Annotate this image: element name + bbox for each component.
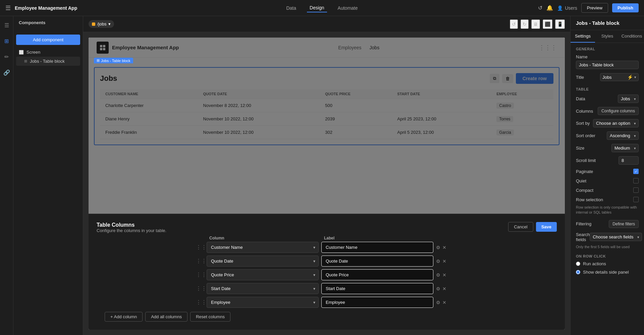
drag-handle-5[interactable]: ⋮⋮ — [196, 299, 204, 305]
add-component-button[interactable]: Add component — [16, 35, 80, 45]
scroll-limit-input[interactable] — [619, 156, 639, 165]
drag-handle-3[interactable]: ⋮⋮ — [196, 272, 204, 278]
desktop-view-button[interactable]: 🖥 — [531, 19, 540, 29]
name-input[interactable] — [576, 61, 639, 69]
publish-button[interactable]: Publish — [612, 3, 639, 12]
show-details-radio[interactable] — [576, 270, 580, 274]
col-settings-icon-2[interactable]: ⚙ — [436, 259, 440, 264]
col-label-4[interactable] — [321, 283, 433, 294]
quiet-row: Quiet — [571, 176, 644, 185]
col-label-1[interactable] — [321, 242, 433, 253]
tablet-view-button[interactable]: ⬛ — [543, 19, 552, 29]
reset-columns-button[interactable]: Reset columns — [190, 312, 230, 322]
col-settings-icon-5[interactable]: ⚙ — [436, 300, 440, 305]
rail-link-icon[interactable]: 🔗 — [1, 67, 12, 78]
col-label-3[interactable] — [321, 269, 433, 280]
col-select-2[interactable]: Quote Date — [207, 256, 319, 267]
topbar-center: Data Design Automate — [216, 4, 427, 12]
compact-checkbox[interactable] — [633, 187, 639, 193]
run-actions-radio[interactable] — [576, 262, 580, 266]
mobile-view-button[interactable]: 📱 — [555, 19, 565, 29]
jobs-table-block-item[interactable]: ⊞ Jobs - Table block — [16, 57, 80, 66]
drag-handle-4[interactable]: ⋮⋮ — [196, 285, 204, 292]
sort-order-label: Sort order — [576, 133, 595, 138]
preview-button[interactable]: Preview — [581, 3, 608, 13]
search-fields-select[interactable]: Choose search fields — [590, 233, 642, 241]
history-icon[interactable]: ↺ — [538, 5, 542, 11]
bolt-icon[interactable]: ⚡ — [627, 74, 633, 80]
tab-settings[interactable]: Settings — [571, 30, 595, 43]
col-header-column: Column — [207, 236, 319, 240]
canvas-toolbar-right: ↺ ↻ 🖥 ⬛ 📱 — [510, 19, 565, 29]
col-settings-icon-1[interactable]: ⚙ — [436, 245, 440, 250]
paginate-checkbox[interactable] — [633, 169, 639, 174]
users-button[interactable]: 👤 Users — [557, 5, 577, 11]
title-input-wrapper: ⚡ ▾ — [600, 73, 639, 81]
col-delete-icon-5[interactable]: ✕ — [442, 300, 446, 305]
rail-components-icon[interactable]: ⊞ — [2, 36, 11, 46]
title-chevron-icon[interactable]: ▾ — [634, 75, 636, 79]
col-settings-icon-3[interactable]: ⚙ — [436, 272, 440, 278]
sort-order-select[interactable]: Ascending — [607, 131, 639, 140]
col-label-5[interactable] — [321, 297, 433, 308]
topbar-right: ↺ 🔔 👤 Users Preview Publish — [428, 3, 639, 13]
size-select[interactable]: Medium — [611, 144, 639, 152]
sort-by-select[interactable]: Choose an option — [593, 119, 639, 127]
modal-title: Table Columns — [97, 222, 166, 228]
screen-item-icon: ⬜ — [19, 50, 24, 55]
rail-edit-icon[interactable]: ✏ — [2, 52, 11, 62]
breadcrumb[interactable]: /jobs ▾ — [89, 20, 114, 28]
modal-actions: Cancel Save — [508, 222, 557, 232]
col-delete-icon-1[interactable]: ✕ — [442, 245, 446, 250]
save-button[interactable]: Save — [536, 222, 557, 232]
filtering-row: Filtering Define filters — [571, 218, 644, 230]
nav-automate[interactable]: Automate — [335, 4, 361, 12]
menu-icon[interactable]: ☰ — [5, 4, 11, 12]
rail-screen-icon[interactable]: ☰ — [2, 20, 11, 31]
row-selection-label: Row selection — [576, 197, 603, 202]
col-row-4: ⋮⋮ Start Date ⚙ ✕ — [196, 283, 458, 294]
nav-design[interactable]: Design — [307, 4, 327, 12]
undo-button[interactable]: ↺ — [510, 19, 518, 29]
col-select-4[interactable]: Start Date — [207, 283, 319, 294]
define-filters-button[interactable]: Define filters — [609, 220, 639, 228]
sort-by-label: Sort by — [576, 121, 590, 126]
data-select[interactable]: Jobs — [618, 95, 639, 103]
col-delete-icon-4[interactable]: ✕ — [442, 286, 446, 291]
nav-data[interactable]: Data — [283, 4, 299, 12]
columns-list: ⋮⋮ Customer Name ⚙ ✕ — [196, 242, 458, 308]
table-columns-modal: Table Columns Configure the columns in y… — [89, 214, 565, 330]
table-block-icon: ⊞ — [97, 58, 100, 63]
drag-handle-1[interactable]: ⋮⋮ — [196, 244, 204, 250]
run-actions-label: Run actions — [583, 261, 606, 266]
redo-button[interactable]: ↻ — [521, 19, 529, 29]
modal-subtitle: Configure the columns in your table. — [97, 228, 166, 233]
col-label-2[interactable] — [321, 256, 433, 267]
tab-styles[interactable]: Styles — [595, 30, 620, 43]
col-delete-icon-3[interactable]: ✕ — [442, 272, 446, 278]
title-input[interactable] — [602, 75, 626, 80]
data-row: Data Jobs — [571, 93, 644, 105]
col-select-1[interactable]: Customer Name — [207, 242, 319, 253]
screen-item[interactable]: ⬜ Screen — [16, 48, 80, 57]
configure-columns-button[interactable]: Configure columns — [598, 107, 639, 115]
size-row: Size Medium — [571, 142, 644, 154]
row-selection-checkbox[interactable] — [633, 197, 639, 202]
tab-conditions[interactable]: Conditions — [620, 30, 644, 43]
cancel-button[interactable]: Cancel — [508, 222, 533, 232]
col-select-5[interactable]: Employee — [207, 297, 319, 308]
col-delete-icon-2[interactable]: ✕ — [442, 259, 446, 264]
quiet-checkbox[interactable] — [633, 178, 639, 183]
topbar-left: ☰ Employee Management App — [5, 4, 216, 12]
col-select-wrapper-4: Start Date — [207, 283, 319, 294]
notifications-icon[interactable]: 🔔 — [546, 5, 553, 11]
right-panel: Jobs - Table block Settings Styles Condi… — [570, 16, 644, 335]
col-row-1: ⋮⋮ Customer Name ⚙ ✕ — [196, 242, 458, 253]
search-fields-label: Search fields — [576, 232, 590, 242]
drag-handle-2[interactable]: ⋮⋮ — [196, 258, 204, 264]
add-column-button[interactable]: + Add column — [105, 312, 143, 322]
run-actions-row: Run actions — [571, 260, 644, 268]
col-select-3[interactable]: Quote Price — [207, 269, 319, 280]
add-all-columns-button[interactable]: Add all columns — [145, 312, 187, 322]
col-settings-icon-4[interactable]: ⚙ — [436, 286, 440, 291]
